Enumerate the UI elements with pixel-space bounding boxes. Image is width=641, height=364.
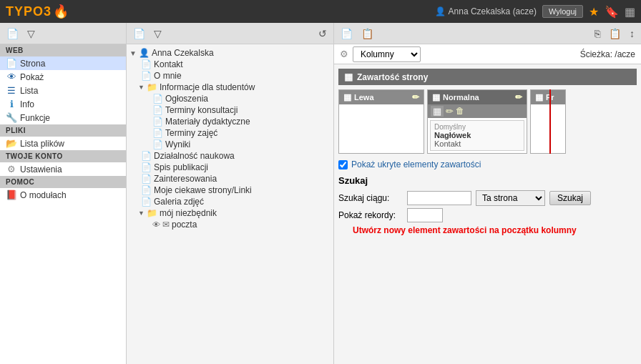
tree-item-terminy-zajec[interactable]: 📄 Terminy zajęć xyxy=(127,127,333,139)
show-hidden-label[interactable]: Pokaż ukryte elementy zawartości xyxy=(351,159,481,169)
col-edit-icon2[interactable]: ✏ xyxy=(446,106,454,117)
star-icon[interactable]: ★ xyxy=(589,5,599,19)
sidebar-item-o-modulach[interactable]: 📕 O modułach xyxy=(0,188,126,202)
content-section-icon: ▦ xyxy=(344,72,353,82)
col-add-icon[interactable]: ▦ xyxy=(431,106,444,117)
search-rekordy-row: Pokaż rekordy: xyxy=(338,208,637,222)
search-rekordy-label: Pokaż rekordy: xyxy=(338,210,403,220)
content-el-type: Domyślny xyxy=(434,123,520,131)
tree-page-icon12: 📄 xyxy=(141,197,152,207)
tree-new-btn[interactable]: 📄 xyxy=(131,27,147,40)
tree-item-materialy[interactable]: 📄 Materiały dydaktyczne xyxy=(127,116,333,127)
search-section: Szukaj Szukaj ciągu: Ta strona Cała witr… xyxy=(338,175,637,222)
tree-page-icon10: 📄 xyxy=(141,174,152,184)
tree-mail-icon: ✉ xyxy=(162,220,170,230)
tree-label-terminy-zajec: Terminy zajęć xyxy=(165,128,217,138)
tree-root[interactable]: ▼ 👤 Anna Czekalska xyxy=(127,47,333,59)
search-ciag-row: Szukaj ciągu: Ta strona Cała witryna Szu… xyxy=(338,190,637,206)
view-mode-select[interactable]: Kolumny Jeden xyxy=(353,46,421,62)
wrench-icon: 🔧 xyxy=(6,112,17,123)
column-lewa: ▦ Lewa ✏ xyxy=(338,89,424,154)
col-prawa-label: Pr xyxy=(546,93,561,102)
sidebar-item-info[interactable]: ℹ Info xyxy=(0,97,126,111)
tree-item-o-mnie[interactable]: 📄 O mnie xyxy=(127,70,333,82)
tree-page-icon: 📄 xyxy=(141,59,152,69)
tree-page-icon2: 📄 xyxy=(141,71,152,81)
search-title: Szukaj xyxy=(338,175,637,186)
content-paste-btn[interactable]: 📋 xyxy=(607,27,623,40)
column-mode-icon: ⚙ xyxy=(340,49,348,59)
sidebar-toolbar: 📄 ▽ xyxy=(0,23,126,44)
tree-toolbar: 📄 ▽ ↺ xyxy=(127,23,333,44)
col-normalna-edit-icon[interactable]: ✏ xyxy=(515,92,522,102)
tree-label-zainteresowania: Zainteresowania xyxy=(154,174,217,184)
tree-item-ogloszenia[interactable]: 📄 Ogłoszenia xyxy=(127,93,333,104)
breadcrumb: Ścieżka: /acze xyxy=(580,49,635,59)
sidebar-item-ustawienia[interactable]: ⚙ Ustawienia xyxy=(0,162,126,176)
tree-item-galeria[interactable]: 📄 Galeria zdjęć xyxy=(127,196,333,207)
content-element-0: Domyślny Nagłówek Kontakt xyxy=(430,120,524,151)
page-tree-panel: 📄 ▽ ↺ ▼ 👤 Anna Czekalska 📄 Kontakt 📄 O m… xyxy=(127,23,334,364)
tree-item-informacje[interactable]: ▼ 📁 Informacje dla studentów xyxy=(127,82,333,93)
search-ciag-label: Szukaj ciągu: xyxy=(338,193,403,203)
list-icon: ☰ xyxy=(6,85,17,96)
show-hidden-checkbox[interactable] xyxy=(338,160,348,169)
content-el-sub: Kontakt xyxy=(434,139,520,148)
content-el-title: Nagłówek xyxy=(434,131,520,139)
search-rekordy-input[interactable] xyxy=(407,208,443,222)
logo-area: TYPO3 🔥 xyxy=(6,4,69,19)
col-lewa-edit-icon[interactable]: ✏ xyxy=(412,92,419,102)
content-new-btn[interactable]: 📄 xyxy=(338,27,355,40)
sidebar-item-funkcje[interactable]: 🔧 Funkcje xyxy=(0,111,126,124)
tree-filter-btn[interactable]: ▽ xyxy=(152,27,164,40)
sidebar-label-lista: Lista xyxy=(20,86,38,96)
tree-item-moj-niezbednik[interactable]: ▼ 📁 mój niezbędnik xyxy=(127,207,333,219)
content-new2-btn[interactable]: 📋 xyxy=(359,27,376,40)
search-scope-select[interactable]: Ta strona Cała witryna xyxy=(476,190,545,206)
sidebar-label-info: Info xyxy=(20,99,34,109)
tree-page-icon7: 📄 xyxy=(152,139,163,149)
col-lewa-label: Lewa xyxy=(354,93,409,102)
search-ciag-input[interactable] xyxy=(407,191,471,205)
tree-item-spis[interactable]: 📄 Spis publikacji xyxy=(127,162,333,173)
sidebar-item-strona[interactable]: 📄 Strona xyxy=(0,56,126,70)
content-copy-btn[interactable]: ⎘ xyxy=(592,27,602,40)
bookmark-icon[interactable]: 🔖 xyxy=(605,5,619,19)
eye-icon: 👁 xyxy=(6,72,17,82)
tree-page-icon4: 📄 xyxy=(152,105,163,115)
tree-item-linki[interactable]: 📄 Moje ciekawe strony/Linki xyxy=(127,185,333,196)
page-icon: 📄 xyxy=(6,58,17,69)
col-normalna-icon: ▦ xyxy=(432,92,440,102)
tree-label-galeria: Galeria zdjęć xyxy=(154,197,204,207)
main-layout: 📄 ▽ WEB 📄 Strona 👁 Pokaż ☰ Lista ℹ Info … xyxy=(0,23,641,364)
content-move-btn[interactable]: ↕ xyxy=(627,27,637,40)
tree-item-kontakt[interactable]: 📄 Kontakt xyxy=(127,59,333,70)
search-button[interactable]: Szukaj xyxy=(549,191,591,205)
sidebar-item-lista[interactable]: ☰ Lista xyxy=(0,84,126,97)
logout-button[interactable]: Wyloguj xyxy=(542,5,583,18)
tree-item-dzialalnosc[interactable]: 📄 Działalność naukowa xyxy=(127,150,333,162)
sidebar-label-strona: Strona xyxy=(20,59,45,69)
col-trash-icon[interactable]: 🗑 xyxy=(456,106,464,117)
grid-icon[interactable]: ▦ xyxy=(625,5,635,19)
content-subbar: ⚙ Kolumny Jeden Ścieżka: /acze xyxy=(334,44,641,64)
sidebar-label-pokaz: Pokaż xyxy=(20,72,44,82)
sidebar-item-lista-plikow[interactable]: 📂 Lista plików xyxy=(0,137,126,150)
tree-area: ▼ 👤 Anna Czekalska 📄 Kontakt 📄 O mnie ▼ … xyxy=(127,44,333,364)
sidebar-label-o-modulach: O modułach xyxy=(20,190,67,200)
column-normalna-header: ▦ Normalna ✏ xyxy=(428,90,527,104)
tree-item-terminy-kons[interactable]: 📄 Terminy konsultacji xyxy=(127,104,333,116)
tree-page-icon3: 📄 xyxy=(152,94,163,104)
zawartost-strony-title: Zawartość strony xyxy=(357,72,428,82)
sidebar-filter-btn[interactable]: ▽ xyxy=(25,27,37,40)
tree-refresh-btn[interactable]: ↺ xyxy=(316,27,329,40)
red-hint-line xyxy=(549,89,551,154)
tree-item-zainteresowania[interactable]: 📄 Zainteresowania xyxy=(127,173,333,185)
tree-label-dzialalnosc: Działalność naukowa xyxy=(154,151,235,161)
sidebar-new-btn[interactable]: 📄 xyxy=(4,27,21,40)
content-body: ▦ Zawartość strony ▦ Lewa ✏ xyxy=(334,64,641,364)
tree-item-poczta[interactable]: 👁 ✉ poczta xyxy=(127,219,333,230)
tree-item-wyniki[interactable]: 📄 Wyniki xyxy=(127,139,333,150)
tree-folder-icon2: 📁 xyxy=(147,208,157,218)
sidebar-item-pokaz[interactable]: 👁 Pokaż xyxy=(0,70,126,84)
